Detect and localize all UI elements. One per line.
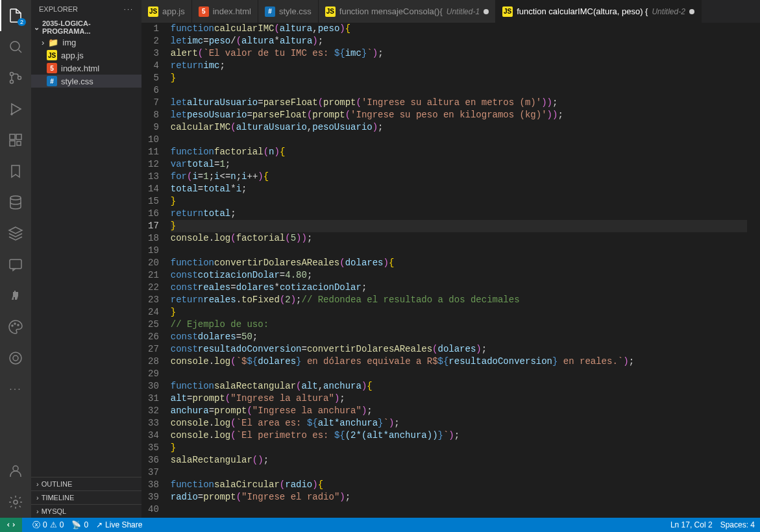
section-timeline[interactable]: ›TIMELINE <box>31 490 141 504</box>
code-line[interactable]: calcularIMC(alturaUsuario, pesoUsuario); <box>171 121 747 134</box>
code-line[interactable]: // Ejemplo de uso: <box>171 319 747 331</box>
code-line[interactable] <box>171 84 747 97</box>
code-line[interactable] <box>171 245 747 257</box>
line-number: 18 <box>148 232 159 245</box>
code-line[interactable]: } <box>171 306 747 319</box>
code-line[interactable]: function salaRectangular(alt,anchura) { <box>171 380 747 393</box>
line-number: 38 <box>148 479 159 491</box>
code-line[interactable]: function convertirDolaresAReales(dolares… <box>171 257 747 269</box>
file-item-index-html[interactable]: 5index.html <box>31 62 141 75</box>
code-line[interactable]: console.log(`El perimetro es: ${(2*(alt*… <box>171 429 747 442</box>
tab[interactable]: #style.css <box>258 0 319 23</box>
code-line[interactable]: var total = 1; <box>171 158 747 171</box>
svg-rect-10 <box>10 260 21 269</box>
run-debug-icon[interactable] <box>0 93 31 125</box>
dino-icon[interactable] <box>0 280 31 311</box>
section-mysql[interactable]: ›MYSQL <box>31 504 141 518</box>
code-line[interactable]: const dolares = 50; <box>171 331 747 343</box>
css-icon: # <box>265 6 275 17</box>
source-control-icon[interactable] <box>0 62 31 93</box>
more-icon[interactable]: ··· <box>0 374 31 405</box>
file-item-img[interactable]: ›📁img <box>31 36 141 49</box>
code-line[interactable] <box>171 368 747 380</box>
layers-icon[interactable] <box>0 218 31 249</box>
code-line[interactable]: } <box>171 72 747 84</box>
file-item-app-js[interactable]: JSapp.js <box>31 49 141 62</box>
settings-icon[interactable] <box>0 487 31 518</box>
code-line[interactable] <box>171 134 747 146</box>
code-line[interactable]: console.log(factorial(5)); <box>171 232 747 245</box>
status-live-share[interactable]: ↗Live Share <box>96 520 142 529</box>
line-number: 35 <box>148 442 159 454</box>
file-item-style-css[interactable]: #style.css <box>31 75 141 88</box>
tab[interactable]: JSfunction mensajeConsola(){ Untitled-1 <box>319 0 496 23</box>
js-icon: JS <box>325 6 336 17</box>
tab[interactable]: JSfunction calcularIMC(altura, peso) { U… <box>496 0 702 23</box>
chat-icon[interactable] <box>0 249 31 280</box>
code-line[interactable]: } <box>171 195 747 208</box>
account-icon[interactable] <box>0 455 31 487</box>
search-icon[interactable] <box>0 31 31 62</box>
code-line[interactable]: function factorial (n) { <box>171 146 747 158</box>
svg-point-9 <box>10 196 21 200</box>
file-label: style.css <box>61 77 93 86</box>
svg-rect-7 <box>10 141 15 146</box>
code-line[interactable]: console.log(`El area es: ${alt*anchura}`… <box>171 417 747 429</box>
code-line[interactable]: alt = prompt("Ingrese la altura"); <box>171 393 747 405</box>
code-line[interactable]: return total; <box>171 208 747 220</box>
extensions-icon[interactable] <box>0 125 31 156</box>
code-line[interactable]: console.log(`$${dolares} en dólares equi… <box>171 356 747 368</box>
code-editor[interactable]: 1234567891011121314151617181920212223242… <box>141 23 760 518</box>
code-line[interactable]: total = total * i; <box>171 183 747 195</box>
svg-rect-6 <box>16 134 21 139</box>
tab[interactable]: 5index.html <box>192 0 258 23</box>
remote-button[interactable] <box>0 518 22 532</box>
svg-point-3 <box>18 77 21 80</box>
line-number: 30 <box>148 380 159 393</box>
code-line[interactable]: let alturaUsuario = parseFloat(prompt('I… <box>171 97 747 109</box>
chevron-right-icon: › <box>36 507 39 515</box>
svg-point-1 <box>10 73 14 76</box>
code-line[interactable]: const reales = dolares * cotizacionDolar… <box>171 282 747 294</box>
explorer-icon[interactable]: 2 <box>0 0 31 31</box>
tab[interactable]: JSapp.js <box>141 0 192 23</box>
html-icon: 5 <box>47 63 57 73</box>
database-icon[interactable] <box>0 187 31 218</box>
status-problems[interactable]: ⓧ0 ⚠0 <box>32 520 64 531</box>
chevron-right-icon: › <box>36 480 39 488</box>
code-line[interactable]: alert(`El valor de tu IMC es: ${imc}`); <box>171 47 747 60</box>
target-icon[interactable] <box>0 343 31 374</box>
code-line[interactable]: let imc = peso / (altura * altura); <box>171 35 747 47</box>
code-line[interactable]: anchura = prompt("Ingrese la anchura"); <box>171 405 747 417</box>
code-line[interactable]: let pesoUsuario = parseFloat(prompt('Ing… <box>171 109 747 121</box>
line-number: 33 <box>148 417 159 429</box>
dirty-indicator <box>484 9 489 14</box>
editor-tabs: JSapp.js5index.html#style.cssJSfunction … <box>141 0 760 23</box>
palette-icon[interactable] <box>0 311 31 343</box>
section-outline[interactable]: ›OUTLINE <box>31 477 141 490</box>
code-line[interactable]: for (i=1; i<=n; i++) { <box>171 171 747 183</box>
code-line[interactable] <box>171 466 747 479</box>
tab-label: function calcularIMC(altura, peso) { <box>517 6 648 16</box>
code-line[interactable]: function calcularIMC(altura, peso) { <box>171 23 747 35</box>
code-line[interactable]: radio = prompt("Ingrese el radio"); <box>171 491 747 503</box>
status-spaces[interactable]: Spaces: 4 <box>720 520 755 529</box>
line-number: 12 <box>148 158 159 171</box>
code-line[interactable]: const cotizacionDolar = 4.80; <box>171 269 747 282</box>
bookmark-icon[interactable] <box>0 156 31 187</box>
folder-root[interactable]: ⌄ 2035-LOGICA-PROGRAMA... <box>31 18 141 36</box>
code-line[interactable]: return imc; <box>171 60 747 72</box>
svg-rect-5 <box>10 134 15 139</box>
code-line[interactable]: salaRectangular(); <box>171 454 747 466</box>
status-ports[interactable]: 📡0 <box>71 520 88 529</box>
code-line[interactable]: } <box>171 442 747 454</box>
code-line[interactable]: return reales.toFixed(2); // Redondea el… <box>171 294 747 306</box>
line-number: 36 <box>148 454 159 466</box>
tab-label: function mensajeConsola(){ <box>339 6 443 16</box>
code-line[interactable]: } <box>171 220 747 232</box>
status-cursor[interactable]: Ln 17, Col 2 <box>670 520 713 529</box>
line-number: 5 <box>148 72 159 84</box>
code-line[interactable]: const resultadoConversion = convertirDol… <box>171 343 747 356</box>
sidebar-more-icon[interactable]: ··· <box>124 5 134 13</box>
code-line[interactable]: function salaCircular(radio) { <box>171 479 747 491</box>
